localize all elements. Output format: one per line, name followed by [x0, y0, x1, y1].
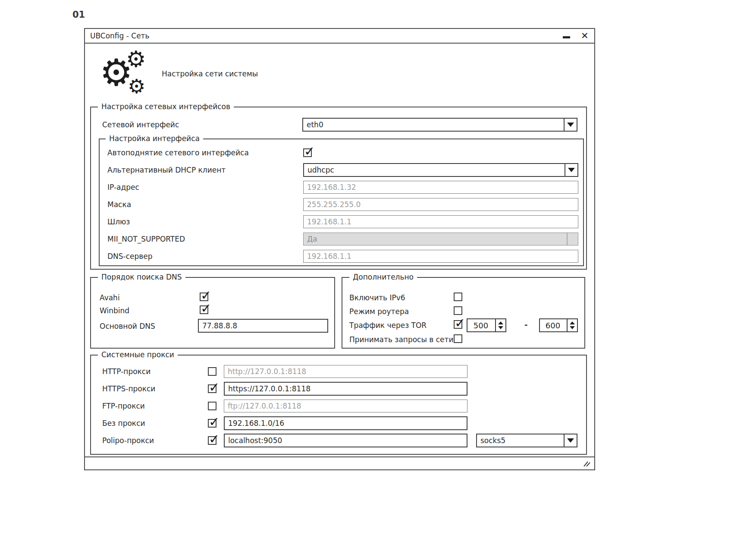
minimize-icon[interactable]: [563, 36, 570, 38]
polipo-proxy-label: Polipo-прокси: [102, 436, 154, 445]
accept-requests-label: Принимать запросы в сети: [349, 335, 453, 344]
window-title: UBConfig - Сеть: [90, 31, 150, 40]
polipo-protocol-select[interactable]: socks5: [476, 434, 577, 447]
proxy-group-title: Системные прокси: [98, 350, 178, 359]
tor-port-to-value: 600: [540, 321, 566, 330]
tor-port-from-value: 500: [467, 321, 494, 330]
ip-input[interactable]: [303, 181, 578, 194]
ip-label: IP-адрес: [107, 183, 139, 192]
auto-up-checkbox[interactable]: [303, 148, 312, 157]
http-proxy-input[interactable]: [224, 365, 467, 378]
interface-settings-group: Настройка интерфейса Автоподнятие сетево…: [99, 138, 584, 266]
interface-select[interactable]: eth0: [302, 118, 577, 132]
tor-port-from-spinner[interactable]: 500: [467, 318, 506, 332]
https-proxy-checkbox[interactable]: [208, 384, 216, 393]
tor-range-separator: -: [524, 320, 527, 329]
http-proxy-checkbox[interactable]: [208, 367, 216, 376]
tor-checkbox[interactable]: [454, 320, 462, 329]
polipo-proxy-checkbox[interactable]: [208, 436, 216, 445]
http-proxy-label: HTTP-прокси: [102, 367, 151, 376]
gateway-label: Шлюз: [107, 217, 130, 226]
spinner-down-icon[interactable]: [498, 326, 503, 329]
winbind-checkbox[interactable]: [200, 305, 208, 314]
mii-label: MII_NOT_SUPPORTED: [107, 235, 185, 243]
no-proxy-label: Без прокси: [102, 419, 145, 428]
no-proxy-input[interactable]: [224, 416, 467, 430]
spinner-down-icon[interactable]: [570, 326, 575, 329]
primary-dns-label: Основной DNS: [100, 322, 155, 330]
ftp-proxy-checkbox[interactable]: [208, 402, 216, 410]
chevron-down-icon[interactable]: [564, 119, 577, 131]
gateway-input[interactable]: [303, 215, 578, 228]
mask-label: Маска: [107, 200, 131, 209]
polipo-protocol-select-value: socks5: [480, 436, 505, 445]
spinner-arrows[interactable]: [567, 319, 577, 331]
close-icon[interactable]: ✕: [581, 31, 589, 41]
tor-label: Траффик через TOR: [349, 321, 427, 330]
dhcp-client-label: Альтернативный DHCP клиент: [107, 166, 226, 174]
avahi-label: Avahi: [100, 293, 120, 302]
interface-select-value: eth0: [307, 120, 323, 129]
mii-field: Да: [303, 233, 578, 245]
statusbar: [85, 456, 594, 469]
interface-settings-group-title: Настройка интерфейса: [106, 134, 203, 143]
extras-group: Дополнительно Включить IPv6 Режим роутер…: [342, 277, 585, 349]
auto-up-label: Автоподнятие сетевого интерфейса: [107, 148, 249, 157]
tor-port-to-spinner[interactable]: 600: [539, 318, 578, 332]
app-window: UBConfig - Сеть ✕ ⚙ ⚙ ⚙ Настройка сети с…: [84, 28, 595, 470]
no-proxy-checkbox[interactable]: [208, 419, 216, 428]
dhcp-client-select[interactable]: udhcpc: [303, 163, 578, 177]
dns-order-group-title: Порядок поиска DNS: [98, 273, 185, 281]
mask-input[interactable]: [303, 198, 578, 211]
figure-label: 01: [72, 9, 85, 20]
dns-server-input[interactable]: [303, 250, 578, 263]
https-proxy-label: HTTPS-прокси: [102, 384, 155, 393]
router-mode-checkbox[interactable]: [454, 306, 462, 315]
polipo-proxy-input[interactable]: [224, 434, 467, 447]
gear-small-top-icon: ⚙: [126, 48, 146, 70]
https-proxy-input[interactable]: [224, 382, 467, 396]
resize-grip[interactable]: [582, 460, 591, 467]
ftp-proxy-input[interactable]: [224, 400, 467, 412]
spinner-up-icon[interactable]: [498, 321, 503, 324]
spinner-arrows[interactable]: [495, 319, 505, 331]
winbind-label: Winbind: [100, 306, 129, 315]
primary-dns-input[interactable]: [198, 319, 328, 333]
proxy-group: Системные прокси HTTP-прокси HTTPS-прокс…: [90, 355, 587, 455]
avahi-checkbox[interactable]: [200, 293, 208, 301]
dns-server-label: DNS-сервер: [107, 252, 153, 261]
gear-small-bottom-icon: ⚙: [128, 76, 145, 96]
spinner-up-icon[interactable]: [570, 321, 575, 324]
ipv6-label: Включить IPv6: [349, 293, 405, 302]
mii-field-value: Да: [307, 235, 317, 243]
chevron-down-icon[interactable]: [565, 164, 577, 176]
chevron-down-icon[interactable]: [564, 434, 577, 447]
extras-group-title: Дополнительно: [349, 273, 417, 281]
header-text: Настройка сети системы: [162, 69, 258, 78]
titlebar: UBConfig - Сеть ✕: [85, 29, 594, 44]
accept-requests-checkbox[interactable]: [454, 334, 462, 343]
dhcp-client-select-value: udhcpc: [307, 166, 334, 174]
router-mode-label: Режим роутера: [349, 307, 409, 316]
interface-label: Сетевой интерфейс: [102, 120, 179, 129]
network-interfaces-group: Настройка сетевых интерфейсов Сетевой ин…: [90, 107, 587, 270]
dns-order-group: Порядок поиска DNS Avahi Winbind Основно…: [90, 277, 335, 349]
network-interfaces-group-title: Настройка сетевых интерфейсов: [98, 102, 234, 111]
ftp-proxy-label: FTP-прокси: [102, 402, 145, 410]
ipv6-checkbox[interactable]: [454, 293, 462, 301]
